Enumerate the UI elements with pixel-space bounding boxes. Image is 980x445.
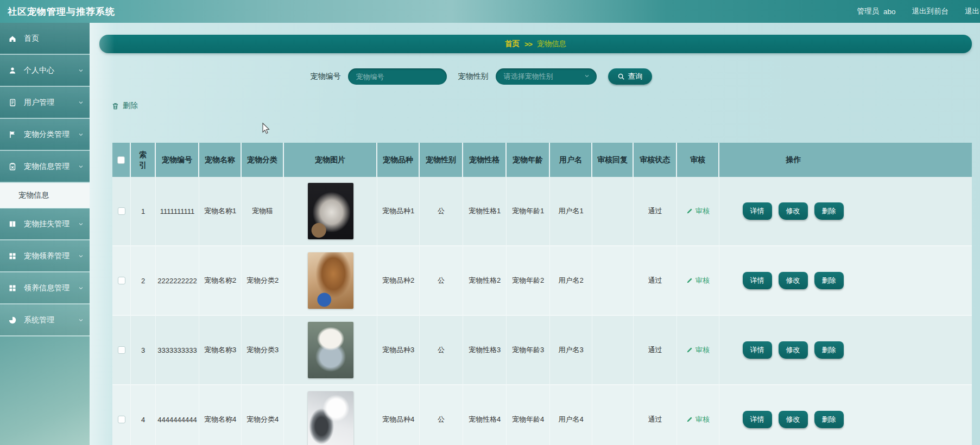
delete-row-button[interactable]: 删除 [814, 202, 844, 220]
gender-select[interactable]: 请选择宠物性别 [496, 68, 597, 85]
detail-button[interactable]: 详情 [743, 272, 772, 289]
row-checkbox-cell [112, 177, 131, 245]
search-button-label: 查询 [628, 72, 643, 81]
topbar-right-nav: 管理员 abo 退出到前台 退出登录 [857, 7, 980, 16]
pet-image[interactable] [308, 252, 353, 309]
header-cell: 操作 [719, 143, 972, 177]
sidebar-item-label: 个人中心 [24, 66, 54, 75]
sidebar-item-system-management[interactable]: 系统管理 [0, 304, 90, 336]
row-checkbox[interactable] [118, 346, 125, 354]
pet-character-cell: 宠物性格4 [463, 385, 507, 445]
header-cell: 宠物分类 [242, 143, 284, 177]
pet-character-cell: 宠物性格1 [463, 177, 507, 245]
grid-icon [8, 252, 17, 260]
chevron-down-icon [78, 131, 84, 138]
search-button[interactable]: 查询 [608, 68, 652, 85]
pet-character-cell: 宠物性格2 [463, 246, 507, 315]
pet-no-cell: 2222222222 [156, 246, 199, 315]
pet-breed-cell: 宠物品种4 [377, 385, 420, 445]
table-body: 11111111111宠物名称1宠物猫宠物品种1公宠物性格1宠物年龄1用户名1通… [112, 177, 972, 445]
pet-image-cell [284, 316, 377, 384]
pencil-icon [686, 277, 693, 284]
row-index-cell: 2 [131, 246, 156, 315]
sidebar-item-pet-category-management[interactable]: 宠物分类管理 [0, 119, 90, 151]
sidebar-item-label: 首页 [24, 34, 39, 43]
select-all-checkbox[interactable] [117, 156, 125, 164]
logout-link[interactable]: 退出登录 [965, 7, 980, 16]
edit-button[interactable]: 修改 [779, 202, 808, 220]
pet-image[interactable] [308, 391, 353, 445]
detail-button[interactable]: 详情 [743, 202, 772, 220]
book-icon [8, 220, 17, 228]
flag-icon [8, 130, 17, 139]
home-icon [8, 34, 17, 43]
pet-no-cell: 4444444444 [156, 385, 199, 445]
audit-link[interactable]: 审核 [686, 276, 710, 285]
delete-row-button[interactable]: 删除 [814, 341, 844, 359]
sidebar-item-pet-lost-management[interactable]: 宠物挂失管理 [0, 208, 90, 240]
sidebar-item-adoption-info-management[interactable]: 领养信息管理 [0, 272, 90, 304]
table-row: 11111111111宠物名称1宠物猫宠物品种1公宠物性格1宠物年龄1用户名1通… [112, 177, 972, 246]
pet-name-cell: 宠物名称2 [199, 246, 242, 315]
pet-image[interactable] [308, 183, 353, 239]
grid-icon [8, 284, 17, 293]
audit-reply-cell [592, 246, 634, 315]
header-cell: 审核状态 [634, 143, 677, 177]
row-index-cell: 3 [131, 316, 156, 384]
pet-image-cell [284, 385, 377, 445]
table-row: 22222222222宠物名称2宠物分类2宠物品种2公宠物性格2宠物年龄2用户名… [112, 246, 972, 316]
sidebar-item-home[interactable]: 首页 [0, 23, 90, 55]
table-row: 33333333333宠物名称3宠物分类3宠物品种3公宠物性格3宠物年龄3用户名… [112, 316, 972, 385]
audit-cell: 审核 [677, 385, 719, 445]
header-cell: 宠物编号 [156, 143, 199, 177]
pet-image-cell [284, 177, 377, 245]
document-icon [8, 98, 17, 107]
detail-button[interactable]: 详情 [743, 341, 772, 359]
sidebar-item-personal-center[interactable]: 个人中心 [0, 55, 90, 87]
detail-button[interactable]: 详情 [743, 411, 772, 428]
bulk-delete-button[interactable]: 删除 [111, 100, 149, 111]
row-checkbox[interactable] [118, 277, 125, 284]
sidebar-subitem-pet-info[interactable]: 宠物信息 [0, 183, 90, 208]
table-row: 44444444444宠物名称4宠物分类4宠物品种4公宠物性格4宠物年龄4用户名… [112, 385, 972, 445]
pet-image[interactable] [308, 322, 353, 378]
pet-age-cell: 宠物年龄4 [507, 385, 550, 445]
audit-link[interactable]: 审核 [686, 415, 710, 424]
actions-cell: 详情修改删除 [719, 316, 972, 384]
row-checkbox-cell [112, 316, 131, 384]
pet-gender-cell: 公 [420, 246, 463, 315]
delete-row-button[interactable]: 删除 [814, 411, 844, 428]
header-cell: 审核 [677, 143, 719, 177]
sidebar-item-label: 系统管理 [24, 315, 54, 325]
edit-button[interactable]: 修改 [779, 341, 808, 359]
pet-no-label: 宠物编号 [311, 72, 341, 81]
edit-button[interactable]: 修改 [779, 272, 808, 289]
exit-to-front-link[interactable]: 退出到前台 [912, 7, 949, 16]
chart-icon [8, 316, 17, 325]
audit-link[interactable]: 审核 [686, 345, 710, 355]
sidebar-item-pet-adoption-management[interactable]: 宠物领养管理 [0, 240, 90, 272]
pet-character-cell: 宠物性格3 [463, 316, 507, 384]
audit-link-label: 审核 [696, 206, 710, 216]
row-checkbox[interactable] [118, 207, 125, 215]
chevron-down-icon [78, 317, 84, 323]
delete-row-button[interactable]: 删除 [814, 272, 844, 289]
pet-category-cell: 宠物分类2 [242, 246, 284, 315]
audit-status-cell: 通过 [634, 385, 677, 445]
header-cell: 索引 [131, 143, 156, 177]
row-checkbox[interactable] [118, 416, 125, 423]
chevron-down-icon [78, 253, 84, 259]
header-cell: 宠物年龄 [507, 143, 550, 177]
sidebar-item-pet-info-management[interactable]: 宠物信息管理 [0, 151, 90, 183]
clipboard-icon [8, 162, 17, 171]
breadcrumb-home-link[interactable]: 首页 [505, 39, 520, 49]
gender-label: 宠物性别 [458, 72, 489, 81]
edit-button[interactable]: 修改 [779, 411, 808, 428]
audit-status-cell: 通过 [634, 316, 677, 384]
audit-link[interactable]: 审核 [686, 206, 710, 216]
pet-breed-cell: 宠物品种3 [377, 316, 420, 384]
pet-no-input[interactable] [348, 68, 447, 85]
audit-status-cell: 通过 [634, 246, 677, 315]
sidebar-item-user-management[interactable]: 用户管理 [0, 87, 90, 119]
actions-cell: 详情修改删除 [719, 246, 972, 315]
